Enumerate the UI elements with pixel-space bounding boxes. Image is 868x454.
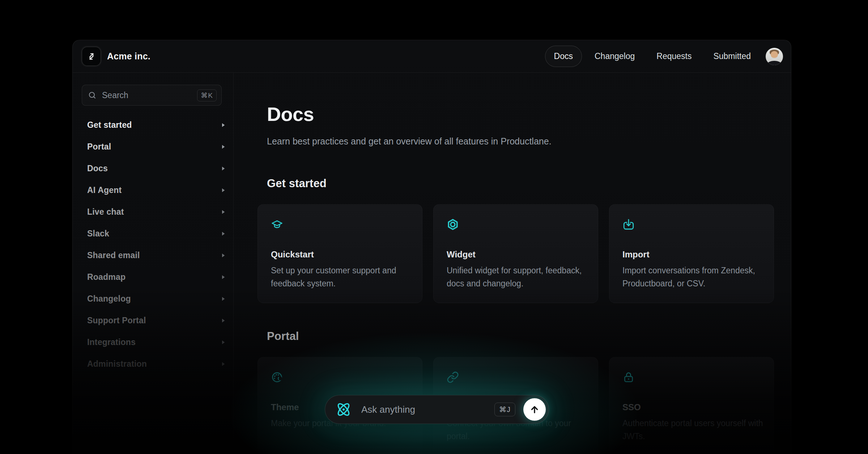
sidebar-item-shared-email[interactable]: Shared email	[82, 244, 233, 266]
card-import[interactable]: Import Import conversations from Zendesk…	[609, 204, 774, 303]
chevron-right-icon	[221, 253, 225, 258]
sidebar-item-label: AI Agent	[87, 185, 122, 195]
chevron-right-icon	[221, 297, 225, 301]
sidebar-item-label: Support Portal	[87, 316, 146, 325]
card-title: Widget	[447, 249, 476, 260]
graduation-cap-icon	[271, 218, 283, 231]
header-nav: Docs Changelog Requests Submitted	[545, 46, 760, 67]
widget-hexagon-icon	[447, 218, 459, 231]
ask-shortcut-badge: ⌘J	[494, 403, 515, 416]
page-title: Docs	[267, 102, 314, 126]
section-heading-get-started: Get started	[267, 177, 327, 190]
card-title: Theme	[271, 402, 299, 412]
sidebar-item-get-started[interactable]: Get started	[82, 114, 233, 136]
card-description: Authenticate portal users yourself with …	[622, 417, 766, 443]
arrow-up-icon	[529, 404, 540, 415]
nav-tab-requests[interactable]: Requests	[647, 46, 701, 67]
sidebar-item-docs[interactable]: Docs	[82, 157, 233, 179]
submit-button[interactable]	[523, 398, 546, 421]
lock-icon	[622, 371, 635, 383]
workspace-brand[interactable]: Acme inc.	[82, 47, 150, 66]
card-description: Unified widget for support, feedback, do…	[447, 264, 590, 290]
atom-icon	[335, 400, 353, 419]
import-download-icon	[622, 218, 635, 231]
sidebar-item-administration[interactable]: Administration	[82, 353, 233, 375]
card-title: Quickstart	[271, 249, 314, 260]
sidebar-item-label: Changelog	[87, 294, 131, 304]
card-quickstart[interactable]: Quickstart Set up your customer support …	[258, 204, 422, 303]
avatar-shoulders	[767, 61, 782, 65]
search-icon	[88, 91, 97, 100]
sidebar-item-label: Roadmap	[87, 272, 125, 282]
chevron-right-icon	[221, 318, 225, 323]
chevron-right-icon	[221, 275, 225, 279]
chevron-right-icon	[221, 166, 225, 171]
page-subtitle: Learn best practices and get an overview…	[267, 135, 552, 147]
card-description: Set up your customer support and feedbac…	[271, 264, 414, 290]
palette-icon	[271, 371, 283, 383]
nav-tab-changelog[interactable]: Changelog	[586, 46, 644, 67]
sidebar-item-label: Slack	[87, 229, 109, 239]
swap-arrows-icon	[86, 51, 97, 62]
header: Acme inc. Docs Changelog Requests Submit…	[73, 40, 791, 73]
chevron-right-icon	[221, 231, 225, 236]
app-window: Acme inc. Docs Changelog Requests Submit…	[72, 40, 791, 454]
sidebar-nav: Get started Portal Docs AI Agent Live ch…	[82, 114, 233, 375]
sidebar-item-label: Live chat	[87, 207, 124, 217]
sidebar-item-integrations[interactable]: Integrations	[82, 331, 233, 353]
search-box[interactable]: ⌘K	[82, 85, 222, 106]
sidebar: ⌘K Get started Portal Docs AI Agent Live…	[73, 73, 234, 454]
search-shortcut-badge: ⌘K	[197, 89, 217, 101]
sidebar-item-label: Get started	[87, 120, 132, 130]
sidebar-item-portal[interactable]: Portal	[82, 136, 233, 157]
sidebar-item-changelog[interactable]: Changelog	[82, 288, 233, 310]
avatar-face	[771, 51, 778, 58]
card-row-get-started: Quickstart Set up your customer support …	[258, 204, 774, 303]
sidebar-item-label: Integrations	[87, 337, 136, 347]
user-avatar[interactable]	[766, 48, 783, 65]
chevron-right-icon	[221, 340, 225, 345]
sidebar-item-ai-agent[interactable]: AI Agent	[82, 179, 233, 201]
sidebar-item-support-portal[interactable]: Support Portal	[82, 310, 233, 331]
card-description: Import conversations from Zendesk, Produ…	[622, 264, 766, 290]
search-input[interactable]	[101, 90, 192, 101]
sidebar-item-roadmap[interactable]: Roadmap	[82, 266, 233, 288]
chevron-right-icon	[221, 188, 225, 193]
chevron-right-icon	[221, 362, 225, 366]
chevron-right-icon	[221, 210, 225, 214]
card-title: Import	[622, 249, 650, 260]
ask-anything-bar[interactable]: ⌘J	[325, 395, 549, 424]
section-heading-portal: Portal	[267, 330, 299, 343]
sidebar-item-label: Shared email	[87, 251, 140, 260]
sidebar-item-label: Administration	[87, 359, 147, 369]
link-icon	[447, 371, 459, 383]
chevron-right-icon	[221, 123, 225, 127]
chevron-right-icon	[221, 144, 225, 149]
ask-anything-input[interactable]	[361, 404, 486, 416]
card-title: SSO	[622, 402, 641, 412]
workspace-logo	[82, 47, 101, 66]
card-sso[interactable]: SSO Authenticate portal users yourself w…	[609, 357, 774, 454]
sidebar-item-label: Docs	[87, 164, 108, 173]
nav-tab-submitted[interactable]: Submitted	[704, 46, 760, 67]
sidebar-item-label: Portal	[87, 142, 111, 152]
card-widget[interactable]: Widget Unified widget for support, feedb…	[433, 204, 598, 303]
sidebar-item-slack[interactable]: Slack	[82, 223, 233, 244]
workspace-name: Acme inc.	[107, 51, 150, 62]
sidebar-item-live-chat[interactable]: Live chat	[82, 201, 233, 223]
nav-tab-docs[interactable]: Docs	[545, 46, 582, 67]
